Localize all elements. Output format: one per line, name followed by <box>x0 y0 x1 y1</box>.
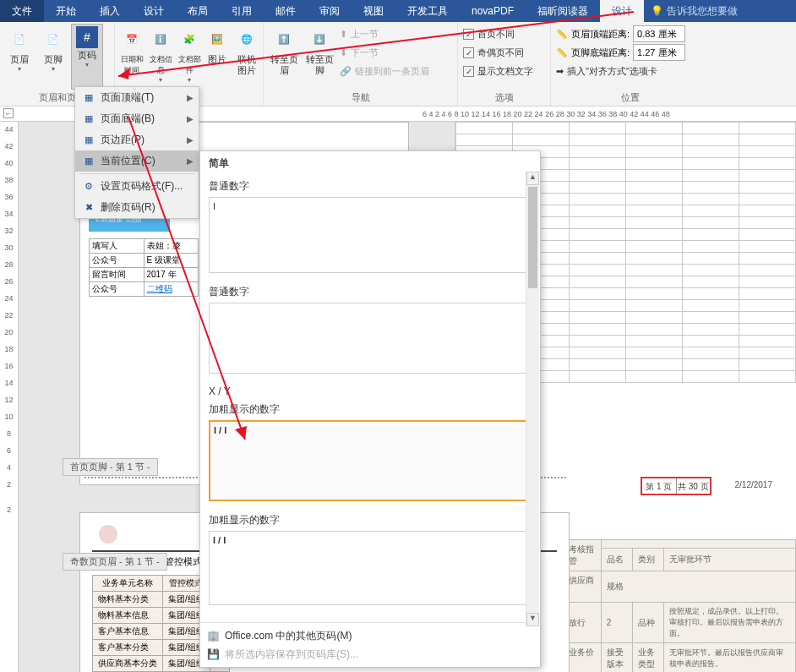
tab-file[interactable]: 文件 <box>0 0 44 22</box>
header-button[interactable]: 📄页眉▾ <box>3 24 35 90</box>
odd-page-header-tag: 奇数页页眉 - 第 1 节 - <box>63 553 167 571</box>
tell-me[interactable]: 💡告诉我您想要做 <box>644 0 744 22</box>
first-page-footer-tag: 首页页脚 - 第 1 节 - <box>63 458 158 476</box>
link-previous-button[interactable]: 🔗链接到前一条页眉 <box>340 63 429 79</box>
stamp-date: 2/12/2017 <box>735 480 773 489</box>
different-odd-even-checkbox[interactable]: ✓奇偶页不同 <box>463 44 533 61</box>
page-stamp: 第 1 页共 30 页 <box>641 477 711 495</box>
tab-view[interactable]: 视图 <box>352 0 395 22</box>
page-icon: ▦ <box>82 92 95 103</box>
tab-layout[interactable]: 布局 <box>176 0 220 22</box>
tab-insert[interactable]: 插入 <box>88 0 132 22</box>
gallery-header-xofy: X / Y <box>200 382 540 399</box>
gallery-header-simple: 简单 <box>200 151 540 176</box>
header-distance-input[interactable] <box>633 25 685 42</box>
page-top-item[interactable]: ▦页面顶端(T)▶ <box>75 87 199 108</box>
chevron-right-icon: ▶ <box>187 156 194 166</box>
docinfo-button[interactable]: ℹ️文档信息▾ <box>147 24 174 90</box>
chevron-down-icon: ▾ <box>85 61 89 68</box>
bulb-icon: 💡 <box>651 5 663 17</box>
goto-header-button[interactable]: ⬆️转至页眉 <box>267 24 301 90</box>
info-table: 填写人表姐：凌 公众号E 级课堂 留言时间2017 年 公众号二维码 <box>89 238 199 297</box>
tab-novapdf[interactable]: novaPDF <box>460 0 526 22</box>
previous-section-button[interactable]: ⬆上一节 <box>340 25 429 42</box>
office-icon: 🏢 <box>207 630 220 642</box>
chevron-down-icon: ▾ <box>52 65 55 73</box>
save-to-gallery-item[interactable]: 💾将所选内容保存到页码库(S)... <box>207 645 533 664</box>
tab-foxit[interactable]: 福昕阅读器 <box>526 0 600 22</box>
group-navigation: 导航 <box>267 90 454 106</box>
gallery-category-plain-2: 普通数字 <box>200 281 540 301</box>
tab-home[interactable]: 开始 <box>44 0 88 22</box>
footer-distance-spinner[interactable]: 📏页脚底端距离: <box>556 44 685 61</box>
scroll-down-button[interactable]: ▼ <box>526 613 539 626</box>
tab-references[interactable]: 引用 <box>220 0 264 22</box>
page-icon: ▦ <box>82 156 95 167</box>
format-page-numbers-item[interactable]: ⚙设置页码格式(F)... <box>75 176 199 197</box>
page-icon: ▦ <box>82 134 95 145</box>
page-margins-item[interactable]: ▦页边距(P)▶ <box>75 129 199 150</box>
gallery-item-plain-2[interactable] <box>209 303 532 374</box>
chevron-down-icon: ▾ <box>18 65 21 73</box>
tab-review[interactable]: 审阅 <box>308 0 352 22</box>
gallery-scrollbar[interactable]: ▲ ▼ <box>526 172 539 626</box>
remove-icon: ✖ <box>82 202 95 213</box>
tab-developer[interactable]: 开发工具 <box>395 0 460 22</box>
datetime-button[interactable]: 📅日期和时间 <box>118 24 145 90</box>
quickparts-button[interactable]: 🧩文档部件▾ <box>176 24 203 90</box>
more-from-office-item[interactable]: 🏢Office.com 中的其他页码(M) <box>207 626 533 645</box>
vertical-ruler[interactable]: 4442403836343230282624222018161412108642… <box>0 122 19 672</box>
bottom-data-table: 关键考核指标控管 品名类别无审批环节 物料供应商品名规格 核对放行2品种按照规定… <box>546 539 796 672</box>
menu-separator <box>79 173 195 174</box>
page-number-dropdown: ▦页面顶端(T)▶ ▦页面底端(B)▶ ▦页边距(P)▶ ▦当前位置(C)▶ ⚙… <box>74 86 199 219</box>
group-position: 位置 <box>554 90 706 106</box>
save-icon: 💾 <box>207 648 220 660</box>
group-options: 选项 <box>461 90 547 106</box>
next-section-button[interactable]: ⬇下一节 <box>340 44 429 61</box>
current-position-item[interactable]: ▦当前位置(C)▶ <box>75 150 199 172</box>
different-first-page-checkbox[interactable]: ✓首页不同 <box>463 25 533 42</box>
avatar-small <box>99 525 117 544</box>
page-bottom-item[interactable]: ▦页面底端(B)▶ <box>75 108 199 129</box>
picture-button[interactable]: 🖼️图片 <box>204 24 230 90</box>
remove-page-numbers-item[interactable]: ✖删除页码(R) <box>75 197 199 218</box>
ruler-numbers: 6 4 2 4 6 8 10 12 14 16 18 20 22 24 26 2… <box>423 110 670 118</box>
online-picture-button[interactable]: 🌐联机图片 <box>232 24 262 90</box>
format-icon: ⚙ <box>82 181 95 192</box>
gallery-category-bold-2: 加粗显示的数字 <box>200 510 540 529</box>
page-icon: ▦ <box>82 113 95 124</box>
tab-header-footer-design[interactable]: 设计 <box>600 0 644 22</box>
gallery-category-plain: 普通数字 <box>200 176 540 195</box>
footer-distance-input[interactable] <box>633 44 685 61</box>
page-number-button[interactable]: #页码▾ <box>71 24 103 90</box>
ruler-corner-icon: ⌐ <box>3 108 14 118</box>
gallery-item-bold-selected[interactable]: I / I <box>209 420 532 501</box>
chevron-right-icon: ▶ <box>187 93 194 102</box>
tab-mailings[interactable]: 邮件 <box>264 0 308 22</box>
header-distance-spinner[interactable]: 📏页眉顶端距离: <box>556 25 685 42</box>
gallery-item-plain-1[interactable]: I <box>209 197 532 273</box>
gallery-item-bold-2[interactable]: I / I <box>209 531 532 605</box>
tab-design[interactable]: 设计 <box>132 0 176 22</box>
chevron-right-icon: ▶ <box>187 135 194 145</box>
show-document-text-checkbox[interactable]: ✓显示文档文字 <box>463 63 533 79</box>
gallery-category-bold: 加粗显示的数字 <box>200 399 540 418</box>
scroll-thumb[interactable] <box>528 187 537 288</box>
page-number-gallery: 简单 普通数字 I 普通数字 X / Y 加粗显示的数字 I / I 加粗显示的… <box>199 150 541 668</box>
footer-button[interactable]: 📄页脚▾ <box>37 24 69 90</box>
goto-footer-button[interactable]: ⬇️转至页脚 <box>303 24 336 90</box>
chevron-right-icon: ▶ <box>187 114 194 123</box>
insert-alignment-tab-button[interactable]: ➡插入"对齐方式"选项卡 <box>556 63 685 79</box>
scroll-up-button[interactable]: ▲ <box>526 172 539 185</box>
